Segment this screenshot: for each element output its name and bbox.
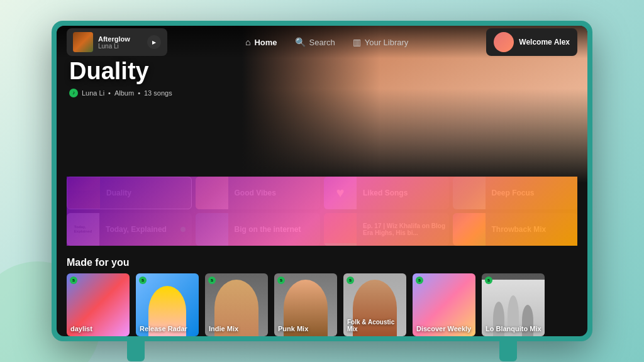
quick-item-throwback[interactable]: Throwback Mix [453, 213, 578, 246]
card-discover-weekly[interactable]: S Discover Weekly [413, 273, 475, 336]
spotify-dot-release-radar: S [139, 277, 147, 284]
card-punk-mix[interactable]: S Punk Mix [274, 273, 337, 336]
now-playing-info: Afterglow Luna Li [98, 35, 142, 50]
play-button[interactable]: ▶ [147, 35, 161, 49]
card-img-release-radar: S Release Radar [136, 273, 199, 336]
card-img-daylist: S daylist [67, 273, 130, 336]
home-icon: ⌂ [245, 37, 250, 47]
spotify-dot-punk-mix: S [277, 277, 285, 284]
card-release-radar[interactable]: S Release Radar [136, 273, 199, 336]
card-img-folk-mix: S Folk & Acoustic Mix [343, 273, 406, 336]
hero-title: Duality [69, 58, 172, 85]
hero-meta: ♪ Luna Li • Album • 13 songs [69, 89, 172, 97]
search-icon: 🔍 [295, 37, 306, 47]
welcome-badge: Welcome Alex [486, 28, 577, 56]
card-indie-mix[interactable]: S Indie Mix [205, 273, 268, 336]
card-label-lo-blanquito: Lo Blanquito Mix [486, 325, 541, 332]
made-for-you-section: Made for you S daylist S R [67, 257, 587, 336]
hero-separator1: • [108, 89, 111, 97]
album-thumbnail [73, 32, 93, 52]
card-label-discover-weekly: Discover Weekly [416, 325, 471, 332]
tv-screen: Afterglow Luna Li ▶ ⌂ Home 🔍 Search ▥ Yo… [57, 26, 587, 336]
navbar: Afterglow Luna Li ▶ ⌂ Home 🔍 Search ▥ Yo… [57, 26, 587, 58]
made-for-you-title: Made for you [67, 257, 587, 268]
card-label-punk-mix: Punk Mix [278, 325, 308, 332]
hero-artist: Luna Li [82, 89, 104, 97]
card-label-indie-mix: Indie Mix [209, 325, 238, 332]
nav-home[interactable]: ⌂ Home [245, 37, 277, 47]
nav-links: ⌂ Home 🔍 Search ▥ Your Library [245, 37, 408, 47]
hero-content: Duality ♪ Luna Li • Album • 13 songs [69, 58, 172, 97]
card-lo-blanquito[interactable]: S Lo Blanquito Mix [482, 273, 545, 336]
now-playing-artist: Luna Li [98, 43, 142, 50]
hero-songs: 13 songs [144, 89, 172, 97]
welcome-text: Welcome Alex [519, 38, 570, 47]
made-for-you-cards: S daylist S Release Radar [67, 273, 587, 336]
card-img-indie-mix: S Indie Mix [205, 273, 268, 336]
spotify-dot-lo-blanquito: S [485, 277, 492, 284]
library-icon: ▥ [353, 37, 361, 47]
spotify-dot-daylist: S [70, 277, 77, 284]
tv-frame: Afterglow Luna Li ▶ ⌂ Home 🔍 Search ▥ Yo… [52, 21, 592, 341]
now-playing-title: Afterglow [98, 35, 142, 43]
card-label-release-radar: Release Radar [140, 325, 187, 332]
nav-search[interactable]: 🔍 Search [295, 37, 335, 47]
hero-separator2: • [138, 89, 140, 97]
card-img-punk-mix: S Punk Mix [274, 273, 337, 336]
quick-picks-grid: Duality Good Vibes ♥ Liked Songs Deep Fo… [67, 177, 577, 246]
hero-type: Album [114, 89, 134, 97]
now-playing-bar[interactable]: Afterglow Luna Li ▶ [67, 28, 167, 56]
tv-stand-left [127, 340, 145, 361]
nav-library[interactable]: ▥ Your Library [353, 37, 409, 47]
card-label-daylist: daylist [70, 325, 92, 332]
nav-home-label: Home [254, 38, 277, 47]
card-label-folk-mix: Folk & Acoustic Mix [347, 319, 406, 332]
user-avatar [494, 32, 514, 52]
nav-search-label: Search [309, 38, 335, 47]
spotify-dot-indie-mix: S [208, 277, 216, 284]
artist-icon: ♪ [69, 89, 78, 97]
card-folk-mix[interactable]: S Folk & Acoustic Mix [343, 273, 406, 336]
spotify-dot-folk-mix: S [347, 277, 354, 284]
card-daylist[interactable]: S daylist [67, 273, 130, 336]
spotify-dot-discover-weekly: S [416, 277, 423, 284]
quick-thumb-throwback [453, 213, 486, 246]
tv-stand-right [499, 340, 517, 361]
card-img-discover-weekly: S Discover Weekly [413, 273, 475, 336]
nav-library-label: Your Library [365, 38, 409, 47]
card-img-lo-blanquito: S Lo Blanquito Mix [482, 273, 545, 336]
